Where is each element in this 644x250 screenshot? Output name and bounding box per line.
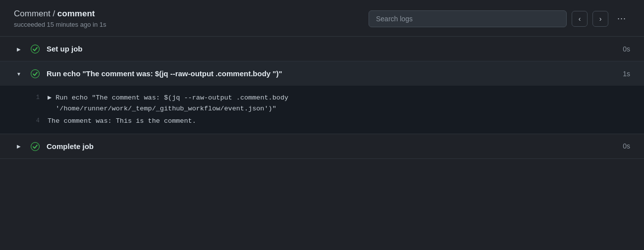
ellipsis-icon: ··· — [617, 13, 626, 23]
job-duration-setup: 0s — [623, 45, 630, 53]
job-label-setup: Set up job — [47, 45, 617, 53]
job-duration-run-echo: 1s — [623, 70, 630, 78]
toggle-button-run-echo[interactable] — [14, 70, 24, 77]
search-input[interactable] — [369, 10, 567, 27]
app-container: Comment / comment succeeded 15 minutes a… — [0, 0, 644, 159]
log-area-run-echo: 1▶ Run echo "The comment was: $(jq --raw… — [0, 86, 644, 134]
jobs-list: Set up job0s Run echo "The comment was: … — [0, 37, 644, 159]
triangle-right-icon — [17, 143, 21, 150]
job-label-complete: Complete job — [47, 142, 617, 150]
job-row-setup[interactable]: Set up job0s — [0, 37, 644, 61]
header: Comment / comment succeeded 15 minutes a… — [0, 0, 644, 37]
job-duration-complete: 0s — [623, 142, 630, 150]
nav-prev-button[interactable]: ‹ — [572, 11, 588, 27]
job-title-name: comment — [57, 9, 95, 18]
svg-point-2 — [31, 143, 40, 151]
log-line-content: The comment was: This is the comment. — [48, 116, 196, 127]
log-line-number: 4 — [30, 116, 40, 126]
success-check-icon — [30, 141, 41, 151]
triangle-down-icon — [16, 70, 21, 77]
job-title: Comment / comment — [14, 9, 106, 19]
toggle-button-complete[interactable] — [14, 143, 24, 150]
log-line-content: ▶ Run echo "The comment was: $(jq --raw-… — [48, 93, 288, 114]
header-left: Comment / comment succeeded 15 minutes a… — [14, 9, 106, 28]
job-title-prefix: Comment / — [14, 9, 57, 18]
nav-next-button[interactable]: › — [592, 11, 608, 27]
job-row-run-echo[interactable]: Run echo "The comment was: $(jq --raw-ou… — [0, 61, 644, 86]
success-check-icon — [30, 68, 41, 79]
chevron-right-icon: › — [599, 15, 602, 23]
job-subtitle: succeeded 15 minutes ago in 1s — [14, 21, 106, 28]
log-line: 1▶ Run echo "The comment was: $(jq --raw… — [30, 92, 630, 115]
more-options-button[interactable]: ··· — [613, 11, 630, 26]
chevron-left-icon: ‹ — [579, 15, 581, 23]
success-check-icon — [30, 44, 41, 54]
svg-point-0 — [31, 45, 40, 53]
job-label-run-echo: Run echo "The comment was: $(jq --raw-ou… — [47, 69, 617, 78]
log-line-number: 1 — [30, 93, 40, 102]
svg-point-1 — [31, 70, 40, 78]
job-row-complete[interactable]: Complete job0s — [0, 134, 644, 159]
header-right: ‹ › ··· — [369, 10, 630, 27]
toggle-button-setup[interactable] — [14, 46, 24, 52]
log-line: 4The comment was: This is the comment. — [30, 115, 630, 128]
triangle-right-icon — [17, 46, 21, 52]
